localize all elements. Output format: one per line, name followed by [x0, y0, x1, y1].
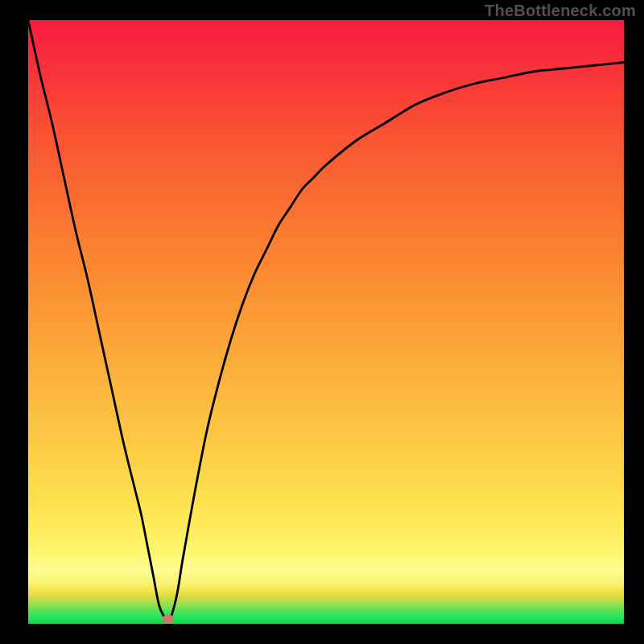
optimum-marker: [163, 614, 174, 624]
chart-frame: TheBottleneck.com: [0, 0, 644, 644]
plot-background: [28, 20, 624, 624]
watermark-text: TheBottleneck.com: [485, 2, 636, 20]
bottleneck-chart: [0, 0, 644, 644]
